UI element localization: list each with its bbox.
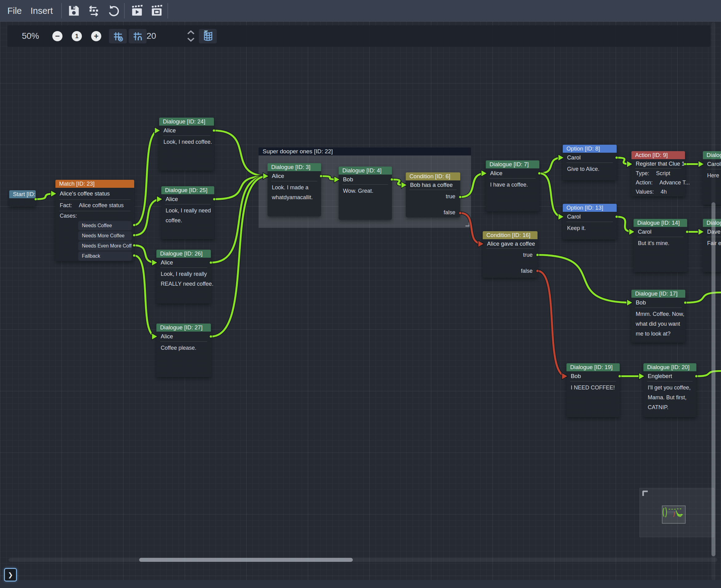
dialogue-text-line: Coffee please. xyxy=(156,344,211,352)
speaker-name: Alice xyxy=(156,332,211,341)
translate-swap-icon[interactable] xyxy=(87,4,100,17)
speaker-name: Alice xyxy=(268,171,321,181)
undo-icon[interactable] xyxy=(107,4,120,17)
false-output-label: false xyxy=(483,267,537,275)
node-header[interactable]: Condition [ID: 6] xyxy=(406,172,460,181)
graph-node-dialogue[interactable]: Dialogue [ID: 4]BobWow. Great. xyxy=(339,167,392,220)
dialogue-text-line: what did you want xyxy=(631,320,685,328)
graph-node-dialogue[interactable]: Dialogue [ID: 19]BobI NEED COFFEE! xyxy=(567,363,620,417)
dialogue-text-line: Look. I made a xyxy=(268,184,321,191)
node-header[interactable]: Option [ID: 8] xyxy=(563,145,617,153)
show-grid-icon[interactable] xyxy=(109,29,127,43)
speaker-name: Carol xyxy=(563,153,617,163)
graph-node-dialogue[interactable]: Dialogue [ID: 26]AliceLook, I really rea… xyxy=(156,250,211,303)
graph-node-start[interactable]: Start [ID: 1] xyxy=(9,190,36,206)
speaker-name: Englebert xyxy=(643,371,696,381)
graph-node-dialogue[interactable]: Dialogue [ID: 20]EnglebertI'll get you c… xyxy=(643,363,696,417)
dialogue-text-line: Look, I really need xyxy=(161,207,214,214)
graph-node-option[interactable]: Option [ID: 8]CarolGive to Alice. xyxy=(563,145,617,181)
dialogue-text-line: But it's mine. xyxy=(634,239,687,247)
graph-node-option[interactable]: Option [ID: 13]CarolKeep it. xyxy=(563,204,617,239)
speaker-name: Alice xyxy=(156,258,211,268)
node-header[interactable]: Action [ID: 9] xyxy=(631,151,685,159)
true-output-label: true xyxy=(406,192,460,201)
node-header[interactable]: Dialogue [ID: 19] xyxy=(567,363,620,371)
menu-insert[interactable]: Insert xyxy=(26,0,57,22)
dialogue-text-line: Keep it. xyxy=(563,225,617,232)
speaker-name: Bob xyxy=(339,174,392,184)
graph-node-dialogue[interactable]: Dialogue [ID: 17]BobMmm. Coffee. Now,wha… xyxy=(631,290,685,343)
node-header[interactable]: Dialogue [ID: 24] xyxy=(159,118,214,126)
node-header[interactable]: Dialogue [ID: 27] xyxy=(156,323,211,332)
speaker-name: Alice xyxy=(159,126,214,135)
speaker-name: Carol xyxy=(634,227,687,237)
graph-node-dialogue[interactable]: Dialogue [ID: 24]AliceLook, I need coffe… xyxy=(159,118,214,171)
graph-node-dialogue[interactable]: Dialogue [ID: 27]AliceCoffee please. xyxy=(156,323,211,377)
dialogue-text-line: coffee. xyxy=(161,217,214,224)
true-output-label: true xyxy=(483,251,537,259)
graph-node-dialogue[interactable]: Dialogue [ID: 3]AliceLook. I made awhatd… xyxy=(268,163,321,216)
node-header[interactable]: Match [ID: 23] xyxy=(56,180,134,188)
status-bar xyxy=(0,580,721,588)
graph-node-dialogue[interactable]: Dialogue [ID: 7]AliceI have a coffee. xyxy=(486,161,539,211)
dialogue-text-line: I have a coffee. xyxy=(486,181,539,188)
frame-title[interactable]: Super dooper ones [ID: 22] xyxy=(259,147,471,155)
minimap-panel[interactable] xyxy=(639,488,714,537)
speaker-name: Bob xyxy=(631,298,685,308)
speaker-name: Alice xyxy=(486,168,539,178)
graph-node-match[interactable]: Match [ID: 23]Alice's coffee statusFact:… xyxy=(56,180,134,261)
match-case: Needs Even More Coffee xyxy=(78,241,132,251)
speaker-name: Bob xyxy=(567,371,620,381)
menu-separator xyxy=(168,3,168,19)
action-name: Register that Clue 1... xyxy=(631,159,685,168)
node-header[interactable]: Dialogue [ID: 7] xyxy=(486,161,539,168)
run-scene-icon[interactable] xyxy=(150,4,163,17)
dialogue-text-line: Mama. But first, xyxy=(643,394,696,401)
node-header[interactable]: Dialogue [ID: 20] xyxy=(643,363,696,371)
graph-node-dialogue[interactable]: Dialogue [ID: 25]AliceLook, I really nee… xyxy=(161,186,214,239)
menu-bar: File Insert xyxy=(0,0,721,22)
node-header[interactable]: Condition [ID: 16] xyxy=(483,231,537,239)
node-header[interactable]: Option [ID: 13] xyxy=(563,204,617,212)
snap-grid-icon[interactable] xyxy=(129,29,147,43)
snap-spinner[interactable] xyxy=(185,28,196,44)
save-icon[interactable] xyxy=(67,4,80,17)
zoom-reset-button[interactable]: 1 xyxy=(72,31,82,41)
node-header[interactable]: Dialogue [ID: 25] xyxy=(161,186,214,194)
match-case: Needs More Coffee xyxy=(78,231,132,240)
horizontal-scrollbar-thumb[interactable] xyxy=(139,558,353,562)
graph-node-action[interactable]: Action [ID: 9]Register that Clue 1...Typ… xyxy=(631,151,685,196)
match-fact: Fact:Alice coffee status xyxy=(56,200,134,211)
action-property: Type:Script xyxy=(631,169,685,178)
false-output-label: false xyxy=(406,208,460,216)
graph-node-condition[interactable]: Condition [ID: 6]Bob has a coffeetruefal… xyxy=(406,172,460,217)
speaker-name: Alice xyxy=(161,194,214,204)
dialogue-text-line: Look, I need coffee. xyxy=(159,138,214,146)
zoom-out-button[interactable]: − xyxy=(52,31,63,41)
expand-panel-button[interactable]: ❯ xyxy=(4,568,17,582)
graph-node-dialogue[interactable]: Dialogue [ID: 14]CarolBut it's mine. xyxy=(634,219,687,272)
action-property: Values:4h xyxy=(631,187,685,196)
dialogue-text-line: whatdyamacallit. xyxy=(268,194,321,201)
node-header[interactable]: Dialogue [ID: 4] xyxy=(339,167,392,174)
menu-file[interactable]: File xyxy=(3,0,26,22)
action-property: Action:Advance T... xyxy=(631,178,685,187)
run-dialogue-icon[interactable] xyxy=(130,4,144,17)
condition-expression: Alice gave a coffee xyxy=(483,239,537,248)
graph-canvas[interactable]: 50% − 1 + 20 xyxy=(0,22,721,580)
snap-value-input[interactable]: 20 xyxy=(147,25,181,47)
node-header[interactable]: Dialogue [ID: 3] xyxy=(268,163,321,171)
zoom-toolbar: 50% − 1 + 20 xyxy=(7,25,711,47)
minimap-viewport[interactable] xyxy=(662,505,685,524)
node-header[interactable]: Dialogue [ID: 26] xyxy=(156,250,211,258)
dialogue-text-line: me to look at? xyxy=(631,330,685,337)
node-header[interactable]: Dialogue [ID: 17] xyxy=(631,290,685,298)
node-header[interactable]: Dialogue [ID: 14] xyxy=(634,219,687,227)
dialogue-text-line: Look, I really really xyxy=(156,270,211,278)
minimap-icon[interactable] xyxy=(199,29,217,43)
frame-resize-handle[interactable] xyxy=(465,222,470,227)
node-header[interactable]: Start [ID: 1] xyxy=(9,190,36,198)
graph-node-condition[interactable]: Condition [ID: 16]Alice gave a coffeetru… xyxy=(483,231,537,278)
zoom-in-button[interactable]: + xyxy=(91,31,101,41)
dialogue-text-line: Give to Alice. xyxy=(563,165,617,173)
